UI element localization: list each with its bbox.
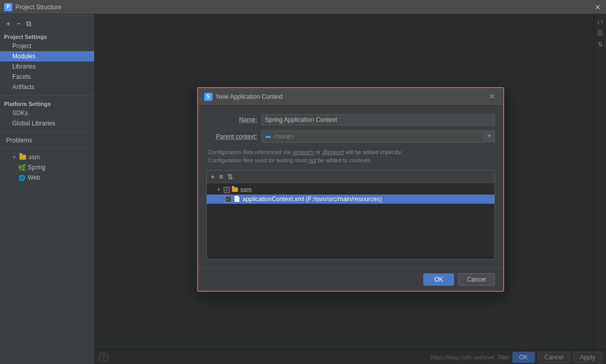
config-files-area: + ≡ ⇅ ▼ ssm [206, 170, 495, 260]
config-tree-ssm[interactable]: ▼ ssm [207, 185, 494, 195]
title-bar: P Project Structure ✕ [0, 0, 606, 14]
sidebar-item-global-libraries[interactable]: Global Libraries [0, 118, 94, 129]
config-flatten-button[interactable]: ≡ [218, 173, 224, 181]
ssm-tree-label: ssm [29, 154, 40, 161]
ssm-arrow: ▼ [12, 155, 16, 160]
sidebar-item-modules[interactable]: Modules [0, 51, 94, 61]
divider-3 [0, 148, 94, 149]
dialog-title-text: New Application Context [217, 93, 484, 100]
problems-label: Problems [6, 137, 32, 144]
modules-label: Modules [12, 53, 35, 60]
parent-context-label: Parent context: [206, 133, 257, 140]
spring-tree-label: Spring [28, 164, 46, 171]
dialog-close-button[interactable]: ✕ [488, 92, 497, 101]
config-tree-file[interactable]: 📄 applicationContext.xml (F:/ssm/src/mai… [207, 195, 494, 204]
file-checkbox[interactable] [225, 196, 231, 202]
sidebar-item-sdks[interactable]: SDKs [0, 108, 94, 118]
parent-context-dropdown[interactable]: ➡ <none> [262, 131, 485, 143]
name-label: Name: [206, 116, 257, 123]
dialog-footer: OK Cancel [198, 268, 503, 291]
sidebar: + − ⧉ Project Settings Project Modules L… [0, 14, 95, 364]
platform-settings-label: Platform Settings [0, 99, 94, 108]
config-sort-button[interactable]: ⇅ [226, 173, 234, 181]
divider-1 [0, 95, 94, 96]
none-text: <none> [273, 133, 294, 140]
main-container: + − ⧉ Project Settings Project Modules L… [0, 14, 606, 364]
file-label: applicationContext.xml (F:/ssm/src/main/… [243, 196, 382, 203]
sidebar-item-libraries[interactable]: Libraries [0, 61, 94, 72]
project-settings-label: Project Settings [0, 32, 94, 41]
folder-icon [19, 154, 27, 161]
config-add-button[interactable]: + [210, 173, 216, 181]
global-libraries-label: Global Libraries [12, 120, 55, 127]
app-icon: P [4, 3, 12, 11]
sidebar-toolbar: + − ⧉ [0, 17, 94, 30]
sidebar-item-problems[interactable]: Problems [0, 135, 94, 145]
window-title: Project Structure [15, 4, 594, 11]
info-text: Configuration files referenced via <impo… [206, 148, 495, 165]
tree-item-ssm[interactable]: ▼ ssm [0, 152, 94, 162]
ssm-checkbox[interactable] [224, 187, 230, 193]
dialog-overlay: S New Application Context ✕ Name: Parent… [95, 14, 606, 364]
tree-item-spring[interactable]: 🌿 Spring [0, 162, 94, 173]
facets-label: Facets [12, 73, 31, 80]
tree-item-web[interactable]: 🌐 Web [0, 173, 94, 183]
add-button[interactable]: + [4, 19, 12, 28]
artifacts-label: Artifacts [12, 83, 34, 91]
sidebar-item-project[interactable]: Project [0, 41, 94, 51]
remove-button[interactable]: − [14, 19, 23, 28]
ssm-config-label: ssm [240, 186, 251, 194]
dialog-body: Name: Parent context: ➡ <none> ▼ [198, 106, 503, 268]
project-label: Project [12, 42, 31, 50]
arrow-icon: ➡ [265, 133, 271, 141]
dialog-ok-button[interactable]: OK [423, 273, 454, 286]
libraries-label: Libraries [12, 63, 36, 70]
dialog-title-bar: S New Application Context ✕ [198, 88, 503, 106]
close-button[interactable]: ✕ [594, 3, 602, 11]
right-area: ↓↑ ☰ ⇅ ? https://blog.csdn.net/level_Til… [95, 14, 606, 364]
dropdown-arrow-button[interactable]: ▼ [485, 131, 495, 142]
divider-2 [0, 132, 94, 132]
sidebar-item-facets[interactable]: Facets [0, 72, 94, 82]
ssm-config-arrow: ▼ [217, 187, 221, 192]
parent-context-row: Parent context: ➡ <none> ▼ [206, 131, 495, 143]
config-toolbar: + ≡ ⇅ [207, 170, 494, 183]
sidebar-item-artifacts[interactable]: Artifacts [0, 82, 94, 92]
copy-button[interactable]: ⧉ [25, 19, 33, 28]
spring-icon: 🌿 [18, 164, 26, 171]
dialog-title-icon: S [204, 93, 212, 101]
config-tree: ▼ ssm 📄 applicationContext.xml (F:/ssm/s… [207, 183, 494, 259]
web-tree-label: Web [28, 174, 40, 181]
name-input[interactable] [262, 114, 495, 125]
name-row: Name: [206, 114, 495, 125]
dialog-cancel-button[interactable]: Cancel [458, 273, 494, 286]
ssm-folder-icon [232, 187, 238, 192]
xml-icon: 📄 [233, 196, 241, 202]
new-application-context-dialog: S New Application Context ✕ Name: Parent… [197, 87, 504, 292]
sdks-label: SDKs [12, 110, 28, 117]
web-icon: 🌐 [18, 174, 26, 181]
